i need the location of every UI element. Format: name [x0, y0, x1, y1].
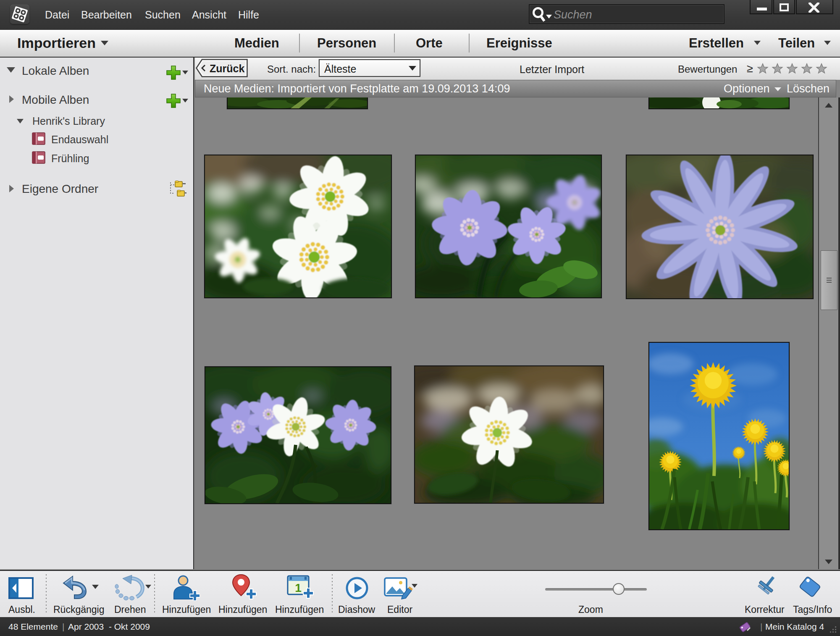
svg-text:1: 1 [295, 581, 302, 594]
